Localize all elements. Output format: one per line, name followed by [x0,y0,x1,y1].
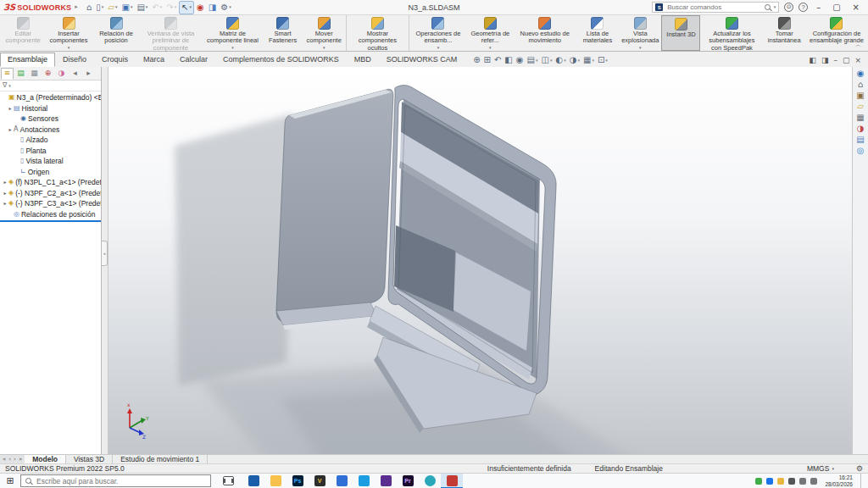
tab-marca[interactable]: Marca [136,53,172,67]
search-icon[interactable] [765,4,771,10]
chevron-down-icon[interactable]: ▾ [175,5,177,9]
taskbar-app-photoshop[interactable]: Ps [287,474,309,488]
chevron-down-icon[interactable]: ▾ [639,46,642,50]
status-options-gear-icon[interactable]: ⚙ [856,465,863,473]
prev-tab-button[interactable]: ‹ [8,457,12,463]
insert-components-button[interactable]: Insertar componentes ▾ [44,15,92,51]
tree-item-alzado[interactable]: ▯ Alzado [0,135,101,146]
pane-right-icon[interactable]: ◨ [821,57,829,64]
tree-item-vista-lateral[interactable]: ▯ Vista lateral [0,156,101,167]
tree-item-historial[interactable]: ▸ ▤ Historial [0,103,101,114]
taskbar-app-blue[interactable] [331,474,353,488]
chevron-down-icon[interactable]: ▾ [605,58,608,63]
task-view-icon[interactable] [223,476,234,485]
tray-security-shield-icon[interactable] [777,478,784,485]
chevron-down-icon[interactable]: ▾ [577,58,580,63]
home-button[interactable]: ⌂ ▾ [85,1,93,14]
view-settings-icon[interactable]: ⊡ ▾ [598,56,608,64]
sw-resources-icon[interactable]: ◉ [857,69,865,78]
doc-close-button[interactable]: × [854,57,861,64]
view-palette-icon[interactable]: ▦ [856,114,864,122]
chevron-down-icon[interactable]: ▾ [437,46,440,50]
redo-button[interactable]: ↷ ▾ [164,1,178,14]
edit-appearance-icon[interactable]: ◑ ▾ [570,56,580,64]
assembly-model[interactable]: x Y Z [108,67,852,454]
taskbar-app-visual-studio[interactable] [375,474,397,488]
featuremanager-tab[interactable]: ≡ [1,68,14,80]
panel-splitter[interactable]: ◂ [102,67,108,454]
design-library-icon[interactable]: ▱ [857,103,864,111]
tab-complementos[interactable]: Complementos de SOLIDWORKS [215,53,347,67]
first-tab-button[interactable]: « [2,457,7,463]
take-snapshot-button[interactable]: Tomar instantánea ▾ [763,15,805,51]
taskbar-search-input[interactable] [35,476,206,486]
taskbar-app-edge[interactable] [419,474,441,488]
motion-study-tab[interactable]: Estudio de movimiento 1 [113,455,208,463]
tree-filter[interactable]: ∇ ▾ [0,80,101,92]
dimxpert-tab[interactable]: ⊕ [42,68,54,80]
graphics-area[interactable]: x Y Z [108,67,852,454]
save-button[interactable]: ▣ ▾ [120,1,134,14]
tab-calcular[interactable]: Calcular [172,53,215,67]
ribbon-collapse-icon[interactable]: ︿ [850,42,866,50]
last-tab-button[interactable]: » [18,457,23,463]
tree-expander-icon[interactable]: ▸ [2,201,8,206]
3d-views-tab[interactable]: Vistas 3D [66,455,113,463]
taskbar-app-file-explorer[interactable] [264,474,287,488]
apply-scene-icon[interactable]: ▦ ▾ [583,56,594,64]
panel-collapse-handle[interactable]: ◂ [102,241,108,266]
start-button[interactable]: ⊞ [0,476,20,485]
taskbar-app-database[interactable] [242,474,264,488]
move-component-button[interactable]: Mover componente ▾ [303,15,346,51]
taskbar-app-vscode[interactable] [353,474,375,488]
custom-properties-icon[interactable]: ▤ [856,136,864,144]
annotation-views-icon[interactable]: ◉ ▾ [516,56,524,64]
tree-item-n3pf-c3[interactable]: ▸ ◈ (-) N3PF_C3_a<1> (Predeterminad [0,198,101,209]
undo-button[interactable]: ↶ ▾ [150,1,164,14]
toolbox-icon[interactable]: ▣ [856,92,864,100]
tree-item-origen[interactable]: ∟ Origen [0,167,101,178]
bill-of-materials-button[interactable]: Lista de materiales ▾ [576,15,619,51]
view-orientation-icon[interactable]: ▤ ▾ [527,56,538,64]
propertymanager-tab[interactable]: ▤ [14,68,27,80]
instant-3d-button[interactable]: Instant 3D ▾ [661,15,700,51]
tree-expander-icon[interactable]: ▸ [2,180,8,185]
chevron-down-icon[interactable]: ▾ [115,5,118,9]
command-search-box[interactable]: S ▾ [652,2,779,13]
tree-item-relaciones[interactable]: ◎ Relaciones de posición [0,209,101,220]
tab-solidworks-cam[interactable]: SOLIDWORKS CAM [379,53,465,67]
chevron-down-icon[interactable]: ▾ [564,58,566,63]
chevron-down-icon[interactable]: ▾ [550,58,553,63]
restore-button[interactable]: ▢ [829,3,843,12]
chevron-down-icon[interactable]: ▾ [323,46,326,50]
home-icon[interactable]: ⌂ [858,80,863,89]
chevron-down-icon[interactable]: ▾ [832,467,834,471]
previous-view-icon[interactable]: ↶ ▾ [494,56,501,64]
help-icon[interactable]: ? [798,3,808,12]
tray-antivirus-icon[interactable] [755,478,762,485]
reference-geometry-button[interactable]: Geometría de refer... ▾ [467,15,514,51]
chevron-down-icon[interactable]: ▾ [536,58,538,63]
display-style-icon[interactable]: ◫ ▾ [541,56,552,64]
section-view-icon[interactable]: ◧ ▾ [504,56,512,64]
zoom-fit-icon[interactable]: ⊕ ▾ [473,56,480,64]
hide-show-items-icon[interactable]: ◐ ▾ [555,56,565,64]
configurationmanager-tab[interactable]: ▦ [28,68,41,80]
units-selector[interactable]: MMGS ▾ [807,464,834,473]
tree-item-n3pl-c1[interactable]: ▸ ◈ (f) N3PL_C1_a<1> (Predeterminad [0,177,101,188]
forum-icon[interactable]: ◎ [857,147,865,155]
mate-button[interactable]: Relación de posición ▾ [93,15,140,51]
appearances-icon[interactable]: ◑ [857,125,865,133]
chevron-down-icon[interactable]: ▾ [592,58,594,63]
doc-restore-button[interactable]: ▢ [843,57,850,64]
taskbar-clock[interactable]: 16:21 28/03/2026 [825,474,853,487]
tree-item-n3pf-c2[interactable]: ▸ ◈ (-) N3PF_C2_a<1> (Predeterminad [0,188,101,199]
zoom-area-icon[interactable]: ⊞ ▾ [484,56,491,64]
logo-chevron-icon[interactable]: ▸ [75,4,78,10]
tab-diseno[interactable]: Diseño [55,53,94,67]
select-button[interactable]: ↖ ▾ [179,1,194,14]
search-chevron-icon[interactable]: ▾ [774,5,776,9]
tree-expander-icon[interactable]: ▸ [2,191,8,196]
chevron-down-icon[interactable]: ▾ [102,5,104,9]
tray-device-icon[interactable] [788,478,795,485]
